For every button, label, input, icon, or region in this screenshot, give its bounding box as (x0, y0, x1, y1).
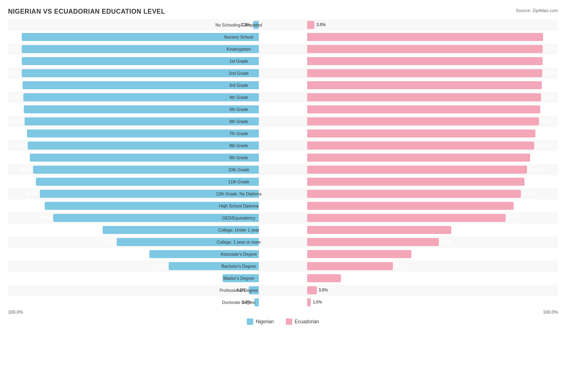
row-label: 10th Grade (194, 164, 283, 175)
row-label: Nursery School (194, 31, 283, 43)
row-label: 7th Grade (194, 128, 283, 139)
ecuadorian-bar (307, 45, 543, 53)
nigerian-value: 4.2% (236, 285, 246, 296)
nigerian-value: 97.7% (8, 31, 20, 43)
ecuadorian-bar (307, 250, 411, 258)
ecuadorian-value: 14.0% (343, 273, 354, 284)
ecuadorian-bar (307, 57, 543, 65)
chart-row: Bachelor's Degree37.2%35.4% (8, 261, 558, 272)
nigerian-value: 97.6% (8, 43, 20, 55)
chart-row: 10th Grade93.1%90.6% (8, 164, 558, 175)
chart-row: Professional Degree4.2%3.9% (8, 285, 558, 296)
nigerian-value: 88.2% (31, 200, 43, 211)
ecuadorian-label: Ecuadorian (295, 319, 319, 324)
chart-title: NIGERIAN VS ECUADORIAN EDUCATION LEVEL (8, 8, 558, 15)
nigerian-value: 96.9% (10, 104, 21, 115)
ecuadorian-value: 96.4% (543, 92, 554, 103)
ecuadorian-value: 81.7% (508, 212, 519, 224)
ecuadorian-bar (307, 154, 530, 162)
chart-row: College, 1 year or more58.5%54.3% (8, 236, 558, 248)
nigerian-value: 95.2% (14, 140, 26, 151)
chart-row: 4th Grade97.1%96.4% (8, 92, 558, 103)
row-label: No Schooling Completed (194, 19, 283, 31)
ecuadorian-bar (307, 93, 541, 101)
nigerian-value: 37.2% (155, 261, 166, 272)
chart-row: GED/Equivalency84.7%81.7% (8, 212, 558, 224)
ecuadorian-value: 3.0% (316, 19, 326, 31)
row-label: 6th Grade (194, 116, 283, 127)
nigerian-value: 2.3% (241, 19, 250, 31)
nigerian-value: 84.7% (40, 212, 51, 224)
row-label: Doctorate Degree (194, 297, 283, 308)
ecuadorian-value: 95.5% (541, 116, 552, 127)
row-label: High School Diploma (194, 200, 283, 211)
nigerian-value: 97.1% (10, 92, 21, 103)
row-label: 1st Grade (194, 55, 283, 67)
ecuadorian-bar (307, 69, 542, 77)
nigerian-value: 97.4% (9, 80, 20, 91)
ecuadorian-bar (307, 202, 514, 210)
row-label: 2nd Grade (194, 68, 283, 79)
row-label: Bachelor's Degree (194, 261, 283, 272)
ecuadorian-value: 94.0% (537, 128, 549, 139)
chart-row: 9th Grade94.3%91.9% (8, 152, 558, 163)
ecuadorian-value: 97.1% (545, 31, 556, 43)
nigerian-value: 93.1% (19, 164, 31, 175)
chart-row: 12th Grade, No Diploma90.3%88.0% (8, 188, 558, 199)
nigerian-value: 94.3% (17, 152, 28, 163)
nigerian-value: 95.5% (14, 128, 25, 139)
ecuadorian-value: 91.9% (532, 152, 543, 163)
source-text: Source: ZipAtlas.com (516, 8, 558, 13)
ecuadorian-value: 93.6% (536, 140, 547, 151)
row-label: 5th Grade (194, 104, 283, 115)
row-label: 9th Grade (194, 152, 283, 163)
legend-nigerian: Nigerian (247, 318, 274, 325)
row-label: Kindergarten (194, 43, 283, 55)
chart-container: NIGERIAN VS ECUADORIAN EDUCATION LEVEL S… (0, 0, 566, 392)
legend: Nigerian Ecuadorian (8, 318, 558, 329)
row-label: 4th Grade (194, 92, 283, 103)
ecuadorian-value: 1.5% (313, 297, 322, 308)
ecuadorian-bar (307, 117, 539, 125)
chart-row: Kindergarten97.6%97.0% (8, 43, 558, 55)
ecuadorian-value: 35.4% (395, 261, 406, 272)
chart-row: 6th Grade96.6%95.5% (8, 116, 558, 127)
nigerian-value: 90.3% (26, 188, 37, 199)
ecuadorian-value: 59.3% (453, 224, 465, 236)
chart-row: Associate's Degree45.1%43.0% (8, 248, 558, 260)
row-label: Associate's Degree (194, 248, 283, 260)
ecuadorian-value: 3.9% (319, 285, 328, 296)
ecuadorian-color-box (286, 318, 292, 325)
ecuadorian-value: 97.0% (545, 55, 556, 67)
chart-row: 5th Grade96.9%96.0% (8, 104, 558, 115)
row-label: 11th Grade (194, 176, 283, 187)
row-label: Master's Degree (194, 273, 283, 284)
chart-row: No Schooling Completed2.3%3.0% (8, 19, 558, 31)
ecuadorian-value: 96.7% (544, 80, 555, 91)
ecuadorian-value: 43.0% (413, 248, 425, 260)
chart-row: 2nd Grade97.6%96.9% (8, 68, 558, 79)
ecuadorian-bar (307, 166, 527, 174)
row-label: 12th Grade, No Diploma (194, 188, 283, 199)
chart-row: 3rd Grade97.4%96.7% (8, 80, 558, 91)
ecuadorian-bar (307, 178, 525, 186)
chart-row: 11th Grade91.8%89.6% (8, 176, 558, 187)
chart-row: Master's Degree14.9%14.0% (8, 273, 558, 284)
nigerian-value: 64.3% (89, 224, 101, 236)
chart-row: 1st Grade97.6%97.0% (8, 55, 558, 67)
ecuadorian-bar (307, 190, 521, 198)
bottom-left-label: 100.0% (8, 310, 23, 314)
ecuadorian-value: 88.0% (523, 188, 534, 199)
nigerian-value: 97.6% (8, 68, 20, 79)
ecuadorian-bar (307, 226, 451, 234)
row-label: GED/Equivalency (194, 212, 283, 224)
nigerian-value: 1.8% (242, 297, 251, 308)
ecuadorian-bar (307, 286, 317, 294)
ecuadorian-bar (307, 238, 439, 246)
nigerian-label: Nigerian (256, 319, 274, 324)
ecuadorian-bar (307, 105, 540, 113)
row-label: College, 1 year or more (194, 236, 283, 248)
nigerian-value: 58.5% (103, 236, 115, 248)
nigerian-value: 91.8% (23, 176, 34, 187)
nigerian-value: 96.6% (11, 116, 22, 127)
